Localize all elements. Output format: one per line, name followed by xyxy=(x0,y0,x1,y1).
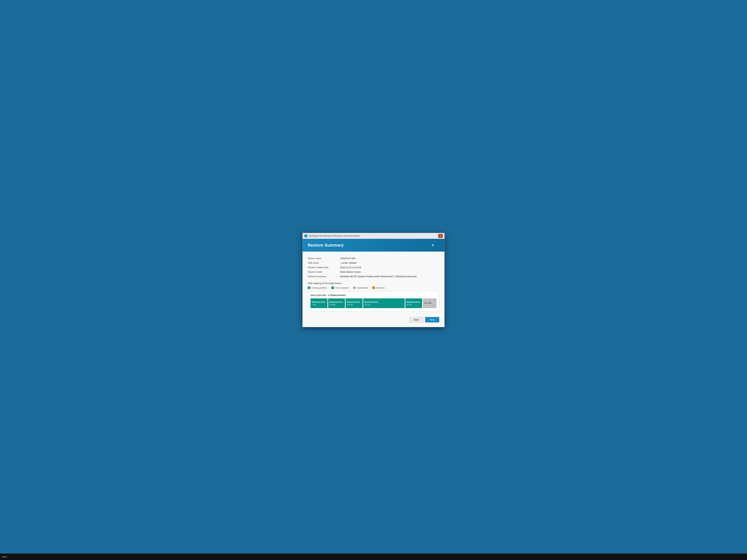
partition-5: Restored from . 20 GB xyxy=(405,298,422,308)
content-area: Device name: LENOVO-T460 Task name: _rom… xyxy=(303,251,444,327)
version-time-value: 2023-11-07 14:21:04 xyxy=(340,266,361,269)
partition-2-size: 260 MB xyxy=(329,304,336,306)
partition-5-size: 20 GB xyxy=(407,304,412,306)
legend-unknown-label: Unknown xyxy=(376,287,385,289)
restored-volumes-label: Restored volumes: xyxy=(308,275,340,278)
partition-1-size: 1 GB xyxy=(312,304,316,306)
partition-1: Restored from . 1 GB xyxy=(310,298,328,308)
partition-1-label: Restored from . xyxy=(312,301,326,303)
version-time-label: Version created time: xyxy=(308,266,340,269)
partition-5-label: Restored from . xyxy=(407,301,421,303)
device-name-value: LENOVO-T460 xyxy=(340,257,355,260)
legend-unallocated: Unallocated xyxy=(353,287,368,289)
disk-partitions: Restored from . 1 GB Restored from . 260… xyxy=(310,298,437,308)
next-button[interactable]: Next xyxy=(425,317,439,322)
legend-unknown: Unknown xyxy=(372,287,385,289)
page-title: Restore Summary xyxy=(308,243,344,248)
taskbar: novo xyxy=(0,554,747,560)
partition-3-size: 500 MB xyxy=(347,304,353,306)
back-button[interactable]: Back xyxy=(409,317,423,322)
window-title: Synology Active Backup for Business Reco… xyxy=(309,235,438,237)
partition-4-label: Restored from .. xyxy=(364,301,379,303)
version-time-row: Version created time: 2023-11-07 14:21:0… xyxy=(308,265,439,270)
partition-3-label: Restored from . xyxy=(347,301,361,303)
partition-unallocated: 9.31 GB xyxy=(423,298,437,308)
partition-unallocated-label: 9.31 GB xyxy=(424,302,431,304)
more-options-button[interactable]: ... xyxy=(437,243,439,247)
partition-3: Restored from . 500 MB xyxy=(345,298,362,308)
info-table: Device name: LENOVO-T460 Task name: _rom… xyxy=(308,256,439,279)
restore-mode-value: Entire device restore xyxy=(340,271,361,273)
restore-mode-label: Restore mode: xyxy=(308,271,340,273)
legend-existing-partition-label: Existing partition xyxy=(311,287,327,289)
legend-to-be-restored-label: To be restored xyxy=(335,287,349,289)
disk-name: Disk 0 (233 GB) xyxy=(310,294,326,296)
legend-existing-partition-color xyxy=(308,287,310,289)
legend: Existing partition To be restored Unallo… xyxy=(308,287,439,289)
disk-title: Disk 0 (233 GB) - CT250BX100SSD1 xyxy=(310,294,437,296)
legend-to-be-restored: To be restored xyxy=(331,287,349,289)
monitor-icon-button[interactable]: 🖥 xyxy=(431,243,434,247)
legend-to-be-restored-color xyxy=(331,287,334,289)
restored-volumes-value: Windows RE,EFI System Partition,MSR (Res… xyxy=(340,275,417,278)
legend-unallocated-label: Unallocated xyxy=(357,287,368,289)
restore-mode-row: Restore mode: Entire device restore xyxy=(308,270,439,274)
disk-container: Disk 0 (233 GB) - CT250BX100SSD1 Restore… xyxy=(308,291,439,312)
legend-unallocated-color xyxy=(353,287,356,289)
task-name-row: Task name: _roman -Default xyxy=(308,261,439,265)
device-name-label: Device name: xyxy=(308,257,340,260)
header-icons: 🖥 ... xyxy=(431,243,439,247)
legend-existing-partition: Existing partition xyxy=(308,287,327,289)
task-name-label: Task name: xyxy=(308,262,340,264)
partition-4-size: 202 GB xyxy=(364,304,370,306)
title-bar: ✓ Synology Active Backup for Business Re… xyxy=(303,233,444,239)
header-band: Restore Summary 🖥 ... xyxy=(303,239,444,251)
app-icon: ✓ xyxy=(304,234,307,238)
partition-2-label: Restored from . xyxy=(329,301,344,303)
disk-mapping-label: Disk mapping of the target device: xyxy=(308,282,439,285)
legend-unknown-color xyxy=(372,287,375,289)
partition-2: Restored from . 260 MB xyxy=(328,298,345,308)
close-button[interactable]: ✕ xyxy=(438,234,443,238)
task-name-value: _roman -Default xyxy=(340,262,356,264)
restored-volumes-row: Restored volumes: Windows RE,EFI System … xyxy=(308,274,439,279)
device-name-row: Device name: LENOVO-T460 xyxy=(308,256,439,261)
disk-model-separator: - xyxy=(327,294,328,296)
footer-buttons: Back Next xyxy=(308,315,439,324)
recovery-wizard-window: ✓ Synology Active Backup for Business Re… xyxy=(303,233,444,327)
taskbar-brand: novo xyxy=(2,556,7,558)
disk-model: CT250BX100SSD1 xyxy=(328,294,346,296)
partition-4: Restored from .. 202 GB xyxy=(363,298,405,308)
